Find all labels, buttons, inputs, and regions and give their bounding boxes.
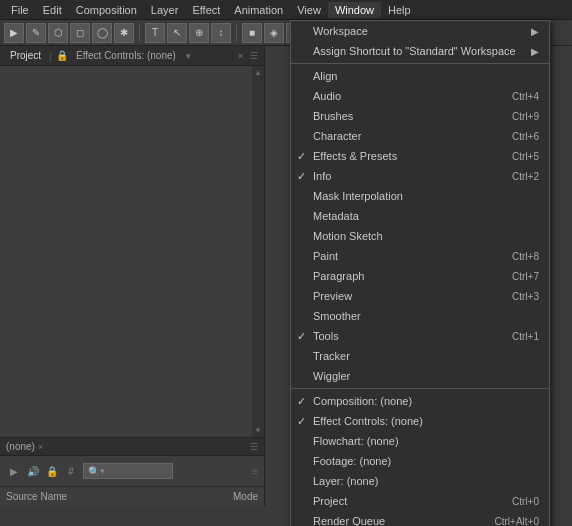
toolbar-btn-3[interactable]: ⬡ bbox=[48, 23, 68, 43]
menu-item-layer_none[interactable]: Layer: (none) bbox=[291, 471, 549, 491]
menu-file[interactable]: File bbox=[4, 2, 36, 18]
menu-window[interactable]: Window bbox=[328, 2, 381, 18]
toolbar-btn-7[interactable]: T bbox=[145, 23, 165, 43]
menu-label-preview: Preview bbox=[313, 290, 352, 302]
play-icon[interactable]: ▶ bbox=[6, 463, 22, 479]
checkmark-composition_none: ✓ bbox=[297, 395, 306, 408]
menu-item-project[interactable]: ProjectCtrl+0 bbox=[291, 491, 549, 511]
menu-item-wiggler[interactable]: Wiggler bbox=[291, 366, 549, 386]
menu-item-align[interactable]: Align bbox=[291, 66, 549, 86]
lock-icon[interactable]: 🔒 bbox=[44, 463, 60, 479]
panel-tab-project[interactable]: Project bbox=[6, 48, 45, 63]
menu-item-audio[interactable]: AudioCtrl+4 bbox=[291, 86, 549, 106]
menu-item-footage_none[interactable]: Footage: (none) bbox=[291, 451, 549, 471]
panel-lock-icon[interactable]: 🔒 bbox=[56, 50, 68, 61]
panel-bottom: (none) × ☰ ▶ 🔊 🔒 # 🔍 ▾ ≡ Source Name bbox=[0, 437, 264, 506]
scroll-down-arrow[interactable]: ▼ bbox=[252, 424, 264, 437]
shortcut-project: Ctrl+0 bbox=[512, 496, 539, 507]
menu-item-metadata[interactable]: Metadata bbox=[291, 206, 549, 226]
panel-scrollbar[interactable]: ▲ ▼ bbox=[252, 66, 264, 437]
menu-label-info: Info bbox=[313, 170, 331, 182]
audio-icon[interactable]: 🔊 bbox=[25, 463, 41, 479]
shortcut-audio: Ctrl+4 bbox=[512, 91, 539, 102]
menu-item-tracker[interactable]: Tracker bbox=[291, 346, 549, 366]
menu-item-workspace[interactable]: Workspace▶ bbox=[291, 21, 549, 41]
menu-item-smoother[interactable]: Smoother bbox=[291, 306, 549, 326]
toolbar-btn-2[interactable]: ✎ bbox=[26, 23, 46, 43]
menu-edit[interactable]: Edit bbox=[36, 2, 69, 18]
menu-label-align: Align bbox=[313, 70, 337, 82]
toolbar-btn-11[interactable]: ■ bbox=[242, 23, 262, 43]
menu-item-brushes[interactable]: BrushesCtrl+9 bbox=[291, 106, 549, 126]
search-box[interactable]: 🔍 ▾ bbox=[83, 463, 173, 479]
menu-bar: File Edit Composition Layer Effect Anima… bbox=[0, 0, 572, 20]
menu-label-character: Character bbox=[313, 130, 361, 142]
menu-view[interactable]: View bbox=[290, 2, 328, 18]
scroll-up-arrow[interactable]: ▲ bbox=[252, 66, 264, 79]
panel-close-btn[interactable]: × bbox=[238, 51, 243, 61]
menu-item-info[interactable]: ✓InfoCtrl+2 bbox=[291, 166, 549, 186]
shortcut-character: Ctrl+6 bbox=[512, 131, 539, 142]
menu-item-render_queue[interactable]: Render QueueCtrl+Alt+0 bbox=[291, 511, 549, 526]
menu-item-assign_shortcut[interactable]: Assign Shortcut to "Standard" Workspace▶ bbox=[291, 41, 549, 61]
shortcut-info: Ctrl+2 bbox=[512, 171, 539, 182]
shortcut-paint: Ctrl+8 bbox=[512, 251, 539, 262]
panel-bottom-tab: (none) × ☰ bbox=[0, 438, 264, 456]
menu-label-mask_interpolation: Mask Interpolation bbox=[313, 190, 403, 202]
menu-item-tools[interactable]: ✓ToolsCtrl+1 bbox=[291, 326, 549, 346]
menu-composition[interactable]: Composition bbox=[69, 2, 144, 18]
menu-item-preview[interactable]: PreviewCtrl+3 bbox=[291, 286, 549, 306]
menu-label-effects_presets: Effects & Presets bbox=[313, 150, 397, 162]
menu-label-layer_none: Layer: (none) bbox=[313, 475, 378, 487]
menu-label-workspace: Workspace bbox=[313, 25, 368, 37]
menu-layer[interactable]: Layer bbox=[144, 2, 186, 18]
panel-tab-arrow[interactable]: ▾ bbox=[186, 51, 191, 61]
menu-effect[interactable]: Effect bbox=[185, 2, 227, 18]
toolbar-btn-1[interactable]: ▶ bbox=[4, 23, 24, 43]
menu-label-footage_none: Footage: (none) bbox=[313, 455, 391, 467]
color-icon[interactable]: # bbox=[63, 463, 79, 479]
menu-item-flowchart_none[interactable]: Flowchart: (none) bbox=[291, 431, 549, 451]
menu-label-motion_sketch: Motion Sketch bbox=[313, 230, 383, 242]
toolbar-sep-1 bbox=[139, 24, 140, 42]
menu-help[interactable]: Help bbox=[381, 2, 418, 18]
menu-item-motion_sketch[interactable]: Motion Sketch bbox=[291, 226, 549, 246]
menu-item-effect_controls_none[interactable]: ✓Effect Controls: (none) bbox=[291, 411, 549, 431]
toolbar-btn-4[interactable]: ◻ bbox=[70, 23, 90, 43]
col-source-name: Source Name bbox=[6, 491, 67, 502]
panel-bottom-close[interactable]: × bbox=[38, 442, 43, 452]
toolbar-btn-8[interactable]: ↖ bbox=[167, 23, 187, 43]
menu-label-tracker: Tracker bbox=[313, 350, 350, 362]
submenu-arrow-workspace: ▶ bbox=[531, 26, 539, 37]
menu-label-flowchart_none: Flowchart: (none) bbox=[313, 435, 399, 447]
toolbar-btn-9[interactable]: ⊕ bbox=[189, 23, 209, 43]
menu-item-character[interactable]: CharacterCtrl+6 bbox=[291, 126, 549, 146]
menu-animation[interactable]: Animation bbox=[227, 2, 290, 18]
menu-label-brushes: Brushes bbox=[313, 110, 353, 122]
panel-content: ▲ ▼ bbox=[0, 66, 264, 437]
toolbar-btn-12[interactable]: ◈ bbox=[264, 23, 284, 43]
panel-bottom-menu[interactable]: ☰ bbox=[250, 442, 258, 452]
checkmark-effect_controls_none: ✓ bbox=[297, 415, 306, 428]
shortcut-tools: Ctrl+1 bbox=[512, 331, 539, 342]
menu-label-composition_none: Composition: (none) bbox=[313, 395, 412, 407]
toolbar-btn-6[interactable]: ✱ bbox=[114, 23, 134, 43]
toolbar-btn-10[interactable]: ↕ bbox=[211, 23, 231, 43]
panel-menu-btn[interactable]: ☰ bbox=[250, 51, 258, 61]
menu-item-mask_interpolation[interactable]: Mask Interpolation bbox=[291, 186, 549, 206]
panel-tab-effect-controls[interactable]: Effect Controls: (none) bbox=[72, 48, 180, 63]
menu-label-effect_controls_none: Effect Controls: (none) bbox=[313, 415, 423, 427]
toolbar-btn-5[interactable]: ◯ bbox=[92, 23, 112, 43]
menu-item-effects_presets[interactable]: ✓Effects & PresetsCtrl+5 bbox=[291, 146, 549, 166]
shortcut-paragraph: Ctrl+7 bbox=[512, 271, 539, 282]
panel-col-headers: Source Name Mode bbox=[0, 486, 264, 506]
menu-item-paragraph[interactable]: ParagraphCtrl+7 bbox=[291, 266, 549, 286]
panel-right-btn[interactable]: ≡ bbox=[252, 466, 258, 477]
menu-label-tools: Tools bbox=[313, 330, 339, 342]
checkmark-effects_presets: ✓ bbox=[297, 150, 306, 163]
menu-item-composition_none[interactable]: ✓Composition: (none) bbox=[291, 391, 549, 411]
menu-item-paint[interactable]: PaintCtrl+8 bbox=[291, 246, 549, 266]
window-dropdown-menu[interactable]: Workspace▶Assign Shortcut to "Standard" … bbox=[290, 20, 550, 526]
menu-label-audio: Audio bbox=[313, 90, 341, 102]
panel-bottom-content: ▶ 🔊 🔒 # 🔍 ▾ ≡ bbox=[0, 456, 264, 486]
